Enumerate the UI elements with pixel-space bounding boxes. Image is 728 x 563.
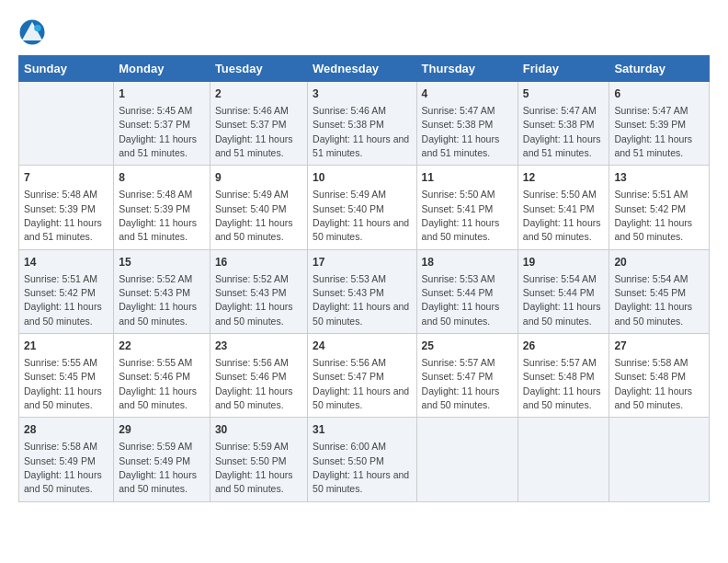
calendar-cell: 11Sunrise: 5:50 AMSunset: 5:41 PMDayligh… xyxy=(416,166,518,249)
day-info: Sunrise: 5:48 AMSunset: 5:39 PMDaylight:… xyxy=(24,189,102,242)
day-number: 19 xyxy=(523,255,605,270)
day-number: 22 xyxy=(119,339,205,354)
day-info: Sunrise: 5:51 AMSunset: 5:42 PMDaylight:… xyxy=(24,273,102,327)
day-info: Sunrise: 5:57 AMSunset: 5:48 PMDaylight:… xyxy=(523,357,601,410)
day-info: Sunrise: 5:55 AMSunset: 5:45 PMDaylight:… xyxy=(24,357,102,410)
header-thursday: Thursday xyxy=(416,56,518,82)
calendar-cell xyxy=(518,418,609,501)
day-info: Sunrise: 5:50 AMSunset: 5:41 PMDaylight:… xyxy=(523,189,601,242)
day-info: Sunrise: 5:49 AMSunset: 5:40 PMDaylight:… xyxy=(313,189,409,242)
calendar-cell: 30Sunrise: 5:59 AMSunset: 5:50 PMDayligh… xyxy=(210,418,307,501)
calendar-cell: 23Sunrise: 5:56 AMSunset: 5:46 PMDayligh… xyxy=(210,334,307,418)
calendar-cell: 15Sunrise: 5:52 AMSunset: 5:43 PMDayligh… xyxy=(114,249,210,333)
calendar-cell: 29Sunrise: 5:59 AMSunset: 5:49 PMDayligh… xyxy=(114,418,210,501)
day-info: Sunrise: 5:48 AMSunset: 5:39 PMDaylight:… xyxy=(119,189,197,242)
calendar-cell: 6Sunrise: 5:47 AMSunset: 5:39 PMDaylight… xyxy=(609,82,710,166)
calendar-cell: 5Sunrise: 5:47 AMSunset: 5:38 PMDaylight… xyxy=(518,82,609,166)
day-number: 28 xyxy=(24,422,108,438)
calendar-cell xyxy=(609,418,710,501)
calendar-cell: 27Sunrise: 5:58 AMSunset: 5:48 PMDayligh… xyxy=(609,334,710,418)
day-info: Sunrise: 5:54 AMSunset: 5:44 PMDaylight:… xyxy=(523,273,601,327)
day-number: 23 xyxy=(215,339,302,354)
day-info: Sunrise: 5:56 AMSunset: 5:47 PMDaylight:… xyxy=(313,357,409,410)
calendar-cell: 10Sunrise: 5:49 AMSunset: 5:40 PMDayligh… xyxy=(308,166,416,249)
day-number: 21 xyxy=(24,339,108,354)
day-number: 31 xyxy=(313,422,411,438)
day-number: 24 xyxy=(313,339,411,354)
day-number: 29 xyxy=(119,422,205,438)
day-number: 16 xyxy=(215,255,302,270)
calendar-cell: 3Sunrise: 5:46 AMSunset: 5:38 PMDaylight… xyxy=(308,82,416,166)
day-number: 10 xyxy=(313,170,411,186)
day-info: Sunrise: 5:47 AMSunset: 5:38 PMDaylight:… xyxy=(523,105,601,158)
day-info: Sunrise: 5:59 AMSunset: 5:49 PMDaylight:… xyxy=(119,441,197,494)
calendar-cell: 21Sunrise: 5:55 AMSunset: 5:45 PMDayligh… xyxy=(19,334,114,418)
day-info: Sunrise: 5:54 AMSunset: 5:45 PMDaylight:… xyxy=(614,273,692,327)
day-info: Sunrise: 5:52 AMSunset: 5:43 PMDaylight:… xyxy=(215,273,293,327)
header-monday: Monday xyxy=(114,56,210,82)
calendar-cell: 14Sunrise: 5:51 AMSunset: 5:42 PMDayligh… xyxy=(19,249,114,333)
day-number: 3 xyxy=(313,86,411,102)
day-number: 13 xyxy=(614,170,704,186)
week-row-2: 7Sunrise: 5:48 AMSunset: 5:39 PMDaylight… xyxy=(19,166,710,249)
calendar-cell: 25Sunrise: 5:57 AMSunset: 5:47 PMDayligh… xyxy=(416,334,518,418)
day-number: 15 xyxy=(119,255,205,270)
day-number: 26 xyxy=(523,339,605,354)
calendar-cell: 17Sunrise: 5:53 AMSunset: 5:43 PMDayligh… xyxy=(308,249,416,333)
calendar-cell: 31Sunrise: 6:00 AMSunset: 5:50 PMDayligh… xyxy=(308,418,416,501)
day-info: Sunrise: 5:53 AMSunset: 5:44 PMDaylight:… xyxy=(422,273,500,327)
calendar-cell xyxy=(19,82,114,166)
day-number: 9 xyxy=(215,170,302,186)
day-info: Sunrise: 5:51 AMSunset: 5:42 PMDaylight:… xyxy=(614,189,692,242)
day-number: 6 xyxy=(614,86,704,102)
calendar-cell: 13Sunrise: 5:51 AMSunset: 5:42 PMDayligh… xyxy=(609,166,710,249)
calendar-cell: 20Sunrise: 5:54 AMSunset: 5:45 PMDayligh… xyxy=(609,249,710,333)
day-info: Sunrise: 5:50 AMSunset: 5:41 PMDaylight:… xyxy=(422,189,500,242)
day-info: Sunrise: 5:57 AMSunset: 5:47 PMDaylight:… xyxy=(422,357,500,410)
day-info: Sunrise: 5:58 AMSunset: 5:49 PMDaylight:… xyxy=(24,441,102,494)
calendar-cell: 26Sunrise: 5:57 AMSunset: 5:48 PMDayligh… xyxy=(518,334,609,418)
header-tuesday: Tuesday xyxy=(210,56,307,82)
day-number: 25 xyxy=(422,339,513,354)
calendar-header-row: SundayMondayTuesdayWednesdayThursdayFrid… xyxy=(19,56,710,82)
calendar-cell: 1Sunrise: 5:45 AMSunset: 5:37 PMDaylight… xyxy=(114,82,210,166)
calendar-table: SundayMondayTuesdayWednesdayThursdayFrid… xyxy=(18,55,710,502)
day-info: Sunrise: 5:49 AMSunset: 5:40 PMDaylight:… xyxy=(215,189,293,242)
header-saturday: Saturday xyxy=(609,56,710,82)
week-row-3: 14Sunrise: 5:51 AMSunset: 5:42 PMDayligh… xyxy=(19,249,710,333)
day-number: 1 xyxy=(119,86,205,102)
calendar-cell xyxy=(416,418,518,501)
day-info: Sunrise: 5:46 AMSunset: 5:38 PMDaylight:… xyxy=(313,105,409,158)
week-row-1: 1Sunrise: 5:45 AMSunset: 5:37 PMDaylight… xyxy=(19,82,710,166)
calendar-cell: 22Sunrise: 5:55 AMSunset: 5:46 PMDayligh… xyxy=(114,334,210,418)
day-number: 17 xyxy=(313,255,411,270)
day-number: 18 xyxy=(422,255,513,270)
day-number: 7 xyxy=(24,170,108,186)
calendar-cell: 18Sunrise: 5:53 AMSunset: 5:44 PMDayligh… xyxy=(416,249,518,333)
day-number: 12 xyxy=(523,170,605,186)
svg-point-2 xyxy=(34,25,41,32)
logo-icon xyxy=(18,18,46,46)
calendar-cell: 12Sunrise: 5:50 AMSunset: 5:41 PMDayligh… xyxy=(518,166,609,249)
calendar-cell: 19Sunrise: 5:54 AMSunset: 5:44 PMDayligh… xyxy=(518,249,609,333)
day-info: Sunrise: 5:47 AMSunset: 5:39 PMDaylight:… xyxy=(614,105,692,158)
day-info: Sunrise: 5:52 AMSunset: 5:43 PMDaylight:… xyxy=(119,273,197,327)
calendar-cell: 8Sunrise: 5:48 AMSunset: 5:39 PMDaylight… xyxy=(114,166,210,249)
calendar-cell: 9Sunrise: 5:49 AMSunset: 5:40 PMDaylight… xyxy=(210,166,307,249)
header-friday: Friday xyxy=(518,56,609,82)
day-info: Sunrise: 5:46 AMSunset: 5:37 PMDaylight:… xyxy=(215,105,293,158)
header-wednesday: Wednesday xyxy=(308,56,416,82)
day-info: Sunrise: 5:59 AMSunset: 5:50 PMDaylight:… xyxy=(215,441,293,494)
calendar-cell: 24Sunrise: 5:56 AMSunset: 5:47 PMDayligh… xyxy=(308,334,416,418)
day-info: Sunrise: 5:45 AMSunset: 5:37 PMDaylight:… xyxy=(119,105,197,158)
day-number: 27 xyxy=(614,339,704,354)
day-number: 2 xyxy=(215,86,302,102)
week-row-5: 28Sunrise: 5:58 AMSunset: 5:49 PMDayligh… xyxy=(19,418,710,501)
day-info: Sunrise: 6:00 AMSunset: 5:50 PMDaylight:… xyxy=(313,441,409,494)
day-info: Sunrise: 5:55 AMSunset: 5:46 PMDaylight:… xyxy=(119,357,197,410)
calendar-cell: 4Sunrise: 5:47 AMSunset: 5:38 PMDaylight… xyxy=(416,82,518,166)
day-number: 8 xyxy=(119,170,205,186)
calendar-cell: 28Sunrise: 5:58 AMSunset: 5:49 PMDayligh… xyxy=(19,418,114,501)
day-number: 20 xyxy=(614,255,704,270)
day-info: Sunrise: 5:47 AMSunset: 5:38 PMDaylight:… xyxy=(422,105,500,158)
